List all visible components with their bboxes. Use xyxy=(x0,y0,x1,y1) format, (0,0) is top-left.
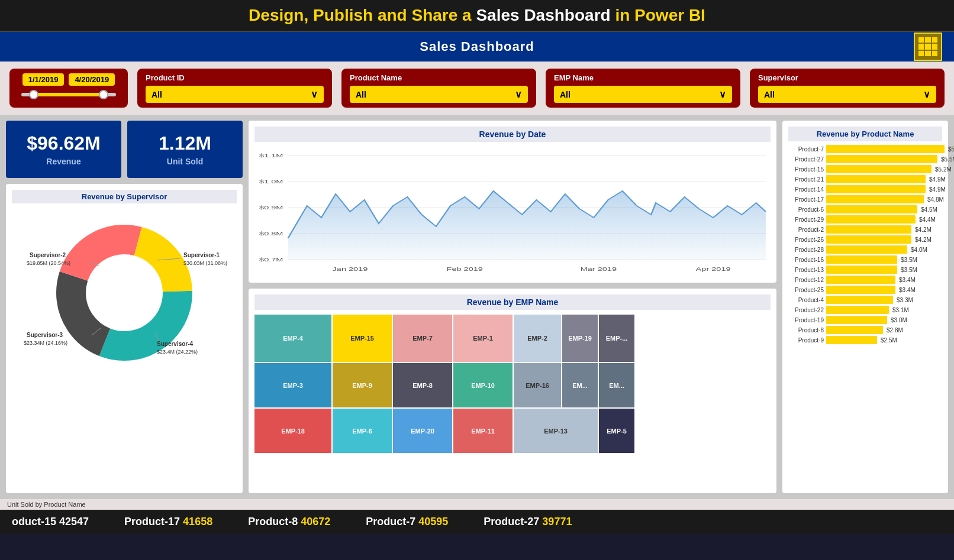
bar-label: Product-19 xyxy=(788,317,824,323)
treemap-cell-emp3[interactable]: EMP-3 xyxy=(254,363,331,407)
treemap-cell-emp7[interactable]: EMP-7 xyxy=(393,315,452,362)
bottom-label: Unit Sold by Product Name xyxy=(0,499,954,510)
bar-label: Product-8 xyxy=(788,327,824,334)
bar-value: $4.9M xyxy=(929,176,946,183)
treemap-cell-emp2[interactable]: EMP-2 xyxy=(514,315,561,362)
supervisor-select[interactable]: All ∨ xyxy=(758,86,936,103)
bar-fill xyxy=(826,286,895,294)
bar-row[interactable]: Product-7$5.9M xyxy=(788,145,942,153)
grid-cell xyxy=(932,37,937,43)
bar-value: $2.5M xyxy=(881,337,897,344)
bar-row[interactable]: Product-28$4.0M xyxy=(788,245,942,254)
bar-label: Product-7 xyxy=(788,146,824,153)
bar-label: Product-16 xyxy=(788,257,824,263)
banner-text-white: Sales Dashboard xyxy=(476,6,610,24)
bar-row[interactable]: Product-22$3.1M xyxy=(788,306,942,314)
treemap-cell-emp18[interactable]: EMP-18 xyxy=(254,409,331,453)
bar-value: $4.5M xyxy=(921,206,937,213)
bar-row[interactable]: Product-15$5.2M xyxy=(788,165,942,173)
date-filter[interactable]: 1/1/2019 4/20/2019 xyxy=(9,69,128,108)
grid-cell xyxy=(932,51,937,56)
bar-value: $3.5M xyxy=(901,257,917,263)
bar-chart-rows: Product-7$5.9MProduct-27$5.5MProduct-15$… xyxy=(788,145,942,344)
bar-fill xyxy=(826,205,917,213)
treemap-cell-emp16[interactable]: EMP-16 xyxy=(514,363,561,407)
treemap-cell-emp1[interactable]: EMP-1 xyxy=(453,315,513,362)
ticker-label-3: Product-7 xyxy=(366,516,418,527)
bar-row[interactable]: Product-21$4.9M xyxy=(788,175,942,183)
product-id-label: Product ID xyxy=(146,73,324,82)
slider-thumb-right[interactable] xyxy=(99,90,108,99)
revenue-value: $96.62M xyxy=(27,132,101,154)
treemap-cell-emp6[interactable]: EMP-6 xyxy=(333,409,392,453)
bar-row[interactable]: Product-4$3.3M xyxy=(788,296,942,304)
product-id-chevron: ∨ xyxy=(311,89,318,100)
treemap-cell-emp11[interactable]: EMP-11 xyxy=(453,409,513,453)
svg-text:$0.7M: $0.7M xyxy=(259,257,283,263)
bar-row[interactable]: Product-29$4.4M xyxy=(788,215,942,224)
ticker-item-3: Product-7 40595 xyxy=(366,516,448,528)
grid-icon[interactable] xyxy=(914,33,942,61)
bar-fill xyxy=(826,255,897,264)
bar-value: $3.5M xyxy=(901,267,917,273)
bar-row[interactable]: Product-17$4.8M xyxy=(788,195,942,203)
grid-cell xyxy=(918,37,924,43)
bar-row[interactable]: Product-6$4.5M xyxy=(788,205,942,213)
treemap-cell-emp-misc1[interactable]: EMP-... xyxy=(599,315,634,362)
unit-sold-kpi: 1.12M Unit Sold xyxy=(127,121,243,178)
treemap-cell-emp4[interactable]: EMP-4 xyxy=(254,315,331,362)
bar-row[interactable]: Product-13$3.5M xyxy=(788,266,942,274)
bar-fill xyxy=(826,326,883,334)
treemap-cell-emp20[interactable]: EMP-20 xyxy=(393,409,452,453)
slider-thumb-left[interactable] xyxy=(29,90,38,99)
treemap-cell-em1[interactable]: EM... xyxy=(562,363,598,407)
unit-sold-label: Unit Sold xyxy=(167,157,203,166)
date-end: 4/20/2019 xyxy=(69,73,115,86)
bar-label: Product-4 xyxy=(788,297,824,303)
emp-name-select[interactable]: All ∨ xyxy=(554,86,732,103)
bar-row[interactable]: Product-26$4.2M xyxy=(788,235,942,244)
banner-text-yellow2: in Power BI xyxy=(611,6,705,24)
main-content: $96.62M Revenue 1.12M Unit Sold Revenue … xyxy=(0,115,954,499)
treemap-cell-emp8[interactable]: EMP-8 xyxy=(393,363,452,407)
bar-fill xyxy=(826,225,911,234)
bar-fill xyxy=(826,175,926,183)
treemap-cell-emp10[interactable]: EMP-10 xyxy=(453,363,513,407)
bar-row[interactable]: Product-27$5.5M xyxy=(788,155,942,163)
bar-row[interactable]: Product-25$3.4M xyxy=(788,286,942,294)
revenue-label: Revenue xyxy=(46,157,80,166)
bar-row[interactable]: Product-9$2.5M xyxy=(788,336,942,344)
label-sup4: Supervisor-4 xyxy=(157,341,194,347)
bar-value: $5.5M xyxy=(941,156,954,163)
line-chart-title: Revenue by Date xyxy=(254,127,771,142)
treemap-cell-emp19[interactable]: EMP-19 xyxy=(562,315,598,362)
treemap-cell-emp9[interactable]: EMP-9 xyxy=(333,363,392,407)
slider-fill xyxy=(31,93,107,96)
bar-fill xyxy=(826,215,916,224)
bar-row[interactable]: Product-16$3.5M xyxy=(788,255,942,264)
product-name-select[interactable]: All ∨ xyxy=(350,86,528,103)
bar-row[interactable]: Product-14$4.9M xyxy=(788,185,942,193)
ticker-value-0: 42547 xyxy=(59,516,89,527)
bar-row[interactable]: Product-12$3.4M xyxy=(788,276,942,284)
bar-row[interactable]: Product-2$4.2M xyxy=(788,225,942,234)
line-chart-card: Revenue by Date $1.1M $1.0M $0.9M $0.8M … xyxy=(249,121,776,283)
grid-cell xyxy=(925,44,930,49)
ticker-value-2: 40672 xyxy=(301,516,330,527)
treemap-cell-emp15[interactable]: EMP-15 xyxy=(333,315,392,362)
treemap-cell-em2[interactable]: EM... xyxy=(599,363,634,407)
bar-row[interactable]: Product-8$2.8M xyxy=(788,326,942,334)
ticker-item-4: Product-27 39771 xyxy=(484,516,572,528)
ticker-label-1: Product-17 xyxy=(124,516,183,527)
bar-label: Product-28 xyxy=(788,247,824,253)
product-name-label: Product Name xyxy=(350,73,528,82)
product-name-chevron: ∨ xyxy=(515,89,522,100)
treemap-cell-emp13[interactable]: EMP-13 xyxy=(514,409,598,453)
bar-label: Product-29 xyxy=(788,216,824,223)
treemap-cell-emp5[interactable]: EMP-5 xyxy=(599,409,634,453)
bar-row[interactable]: Product-19$3.0M xyxy=(788,316,942,324)
product-id-select[interactable]: All ∨ xyxy=(146,86,324,103)
bottom-ticker: oduct-15 42547 Product-17 41658 Product-… xyxy=(0,510,954,534)
date-slider-track[interactable] xyxy=(21,93,116,96)
bar-fill xyxy=(826,155,937,163)
